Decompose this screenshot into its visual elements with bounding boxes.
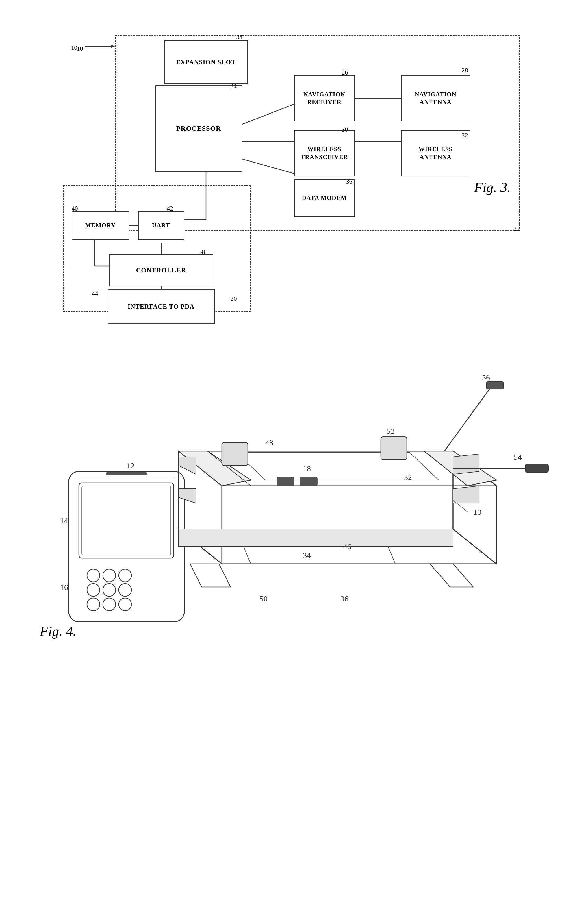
fig4-ref-48: 48 — [265, 438, 273, 447]
processor-block: PROCESSOR — [156, 85, 242, 172]
ref-44: 44 — [92, 290, 98, 297]
svg-point-18 — [87, 569, 100, 582]
page: 22 10 20 EXPANSION SLOT 34 PROCESSOR 24 … — [0, 0, 588, 897]
fig4-ref-36: 36 — [341, 594, 348, 603]
fig4-ref-56: 56 — [482, 373, 490, 382]
fig4-ref-14: 14 — [60, 516, 68, 525]
svg-rect-28 — [106, 472, 147, 475]
ref-10-arrow — [82, 40, 116, 52]
svg-point-20 — [87, 598, 100, 611]
memory-block: MEMORY — [72, 211, 130, 240]
uart-block: UART — [138, 211, 184, 240]
interface-pda-block: INTERFACE TO PDA — [108, 289, 215, 324]
ref-20: 20 — [231, 295, 237, 303]
wireless-transceiver-block: WIRELESS TRANSCEIVER — [294, 130, 355, 176]
fig4-ref-46: 46 — [343, 542, 351, 551]
ref-28: 28 — [462, 66, 468, 74]
svg-rect-39 — [277, 477, 294, 486]
fig4-ref-12: 12 — [127, 461, 134, 470]
svg-marker-41 — [179, 457, 196, 474]
svg-point-24 — [119, 569, 131, 582]
svg-line-45 — [444, 387, 490, 451]
svg-rect-54 — [222, 442, 248, 465]
svg-rect-55 — [381, 437, 407, 460]
svg-marker-53 — [179, 529, 453, 546]
svg-marker-44 — [453, 486, 479, 503]
fig4-ref-32: 32 — [404, 473, 412, 482]
wireless-antenna-block: WIRELESS ANTENNA — [401, 130, 470, 176]
svg-point-22 — [103, 583, 116, 596]
svg-point-21 — [103, 569, 116, 582]
svg-point-23 — [103, 598, 116, 611]
expansion-slot-block: EXPANSION SLOT — [164, 40, 248, 84]
ref-24: 24 — [231, 83, 237, 90]
fig4-diagram: 10 12 14 16 18 32 34 36 46 48 50 52 — [34, 327, 554, 645]
ref-30: 30 — [342, 126, 348, 133]
data-modem-block: DATA MODEM — [294, 179, 355, 217]
svg-marker-50 — [430, 564, 473, 587]
ref-34: 34 — [236, 33, 243, 41]
fig3-diagram: 22 10 20 EXPANSION SLOT 34 PROCESSOR 24 … — [34, 17, 554, 321]
svg-rect-17 — [82, 486, 171, 555]
ref-38: 38 — [199, 248, 205, 256]
fig4-ref-34: 34 — [303, 551, 311, 560]
ref-32: 32 — [462, 132, 468, 139]
fig4-illustration: 10 12 14 16 18 32 34 36 46 48 50 52 — [34, 327, 554, 645]
gps-sled — [179, 382, 548, 587]
svg-point-19 — [87, 583, 100, 596]
pda-device — [69, 471, 184, 622]
fig4-label: Fig. 4. — [40, 623, 76, 639]
ref-22: 22 — [514, 225, 520, 233]
svg-marker-42 — [179, 489, 196, 503]
fig4-ref-16: 16 — [60, 583, 68, 592]
fig4-ref-52: 52 — [386, 427, 395, 435]
fig4-ref-18: 18 — [303, 464, 311, 473]
svg-rect-15 — [69, 471, 184, 622]
svg-point-26 — [119, 598, 131, 611]
svg-rect-46 — [486, 382, 504, 389]
ref-10-label: 10 — [71, 44, 78, 52]
svg-rect-48 — [525, 464, 548, 472]
svg-marker-43 — [453, 454, 479, 474]
svg-marker-14 — [111, 44, 115, 48]
controller-block: CONTROLLER — [109, 254, 213, 286]
svg-rect-40 — [300, 477, 317, 486]
nav-antenna-block: NAVIGATION ANTENNA — [401, 75, 470, 121]
ref-42: 42 — [167, 205, 173, 212]
fig3-label: Fig. 3. — [474, 179, 511, 195]
svg-rect-16 — [79, 483, 174, 558]
fig4-ref-10: 10 — [473, 508, 481, 516]
ref-36: 36 — [346, 178, 353, 185]
fig4-ref-54: 54 — [514, 453, 522, 462]
svg-point-25 — [119, 583, 131, 596]
svg-marker-49 — [190, 564, 231, 587]
ref-40: 40 — [72, 205, 78, 212]
fig4-ref-50: 50 — [260, 594, 267, 603]
nav-receiver-block: NAVIGATION RECEIVER — [294, 75, 355, 121]
ref-26: 26 — [342, 69, 348, 77]
